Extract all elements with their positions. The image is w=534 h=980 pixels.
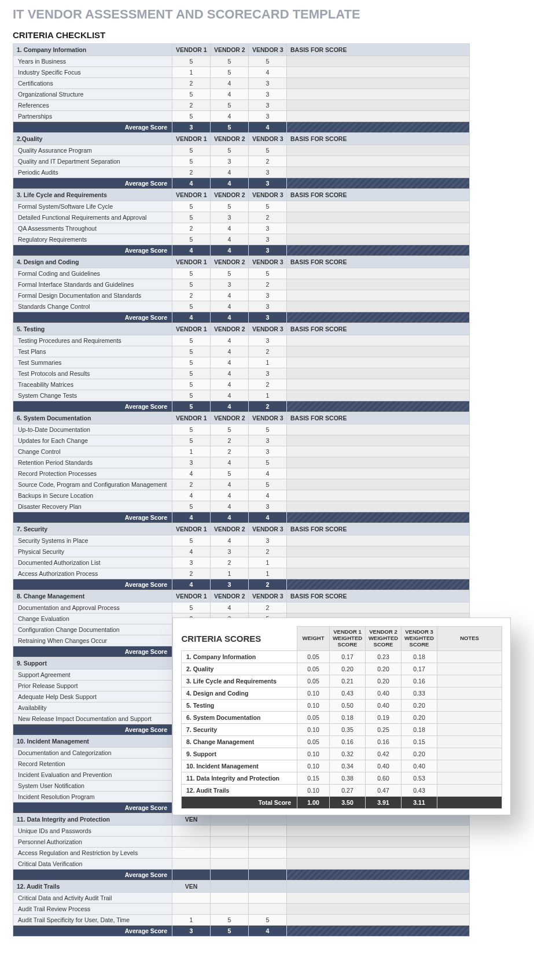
criteria-row: Security Systems in Place543 (13, 535, 470, 546)
criteria-row: Critical Data and Activity Audit Trail (13, 893, 470, 904)
basis-cell (287, 479, 470, 490)
criteria-row: Formal Coding and Guidelines555 (13, 268, 470, 279)
col-vendor2: VENDOR 2 (211, 256, 249, 268)
score-v1: 5 (172, 357, 211, 368)
avg-label: Average Score (13, 245, 172, 256)
score-v1: 2 (172, 290, 211, 301)
criteria-row: Record Protection Processes454 (13, 468, 470, 479)
criteria-label: References (13, 100, 172, 111)
score-weight: 0.10 (297, 760, 330, 772)
col-vendor1: VENDOR 1 (172, 412, 211, 424)
score-notes (437, 748, 502, 760)
criteria-row: Test Protocols and Results543 (13, 368, 470, 379)
score-v1: 0.38 (330, 772, 366, 784)
score-v2: 4 (211, 457, 249, 468)
avg-v2: 4 (211, 312, 249, 323)
criteria-row: Up-to-Date Documentation555 (13, 424, 470, 435)
criteria-label: Quality Assurance Program (13, 145, 172, 156)
score-row: 10. Incident Management0.100.340.400.40 (182, 760, 502, 772)
score-label: 9. Support (182, 748, 297, 760)
score-v3: 0.20 (402, 699, 437, 711)
score-v3: 0.18 (402, 723, 437, 735)
score-v3: 1 (249, 557, 287, 568)
score-v2: 2 (211, 435, 249, 446)
score-v2: 4 (211, 501, 249, 512)
basis-cell (287, 212, 470, 223)
score-v3: 2 (249, 546, 287, 557)
score-v3: 3 (249, 301, 287, 312)
score-label: 1. Company Information (182, 650, 297, 663)
score-v1 (172, 904, 211, 915)
score-v2: 4 (211, 379, 249, 390)
average-row: Average Score (13, 870, 470, 881)
basis-cell (287, 234, 470, 245)
score-v2: 4 (211, 479, 249, 490)
section-name: 2.Quality (13, 133, 172, 145)
score-v1: 0.43 (330, 687, 366, 699)
score-v1: 2 (172, 167, 211, 178)
criteria-label: Periodic Audits (13, 167, 172, 178)
criteria-label: Retention Period Standards (13, 457, 172, 468)
score-v2: 2 (211, 557, 249, 568)
page-title: IT VENDOR ASSESSMENT AND SCORECARD TEMPL… (13, 7, 521, 22)
avg-basis (287, 870, 470, 881)
avg-v1: 3 (172, 926, 211, 937)
criteria-label: Test Plans (13, 346, 172, 357)
criteria-row: Organizational Structure543 (13, 89, 470, 100)
score-v3: 4 (249, 67, 287, 78)
score-notes (437, 663, 502, 675)
basis-cell (287, 335, 470, 346)
score-v1: 5 (172, 501, 211, 512)
score-v1: 4 (172, 546, 211, 557)
score-v3: 0.43 (402, 784, 437, 796)
score-v1: 5 (172, 56, 211, 67)
score-v1 (172, 859, 211, 870)
col-basis: BASIS FOR SCORE (287, 523, 470, 535)
avg-v3: 3 (249, 245, 287, 256)
score-v2: 4 (211, 167, 249, 178)
col-basis: BASIS FOR SCORE (287, 256, 470, 268)
col-v2: VENDOR 2 WEIGHTED SCORE (366, 627, 402, 651)
avg-v2: 5 (211, 122, 249, 133)
score-row: 9. Support0.100.320.420.20 (182, 748, 502, 760)
score-v3 (249, 826, 287, 837)
avg-v1: 5 (172, 401, 211, 412)
score-v3: 4 (249, 490, 287, 501)
score-v3: 2 (249, 156, 287, 167)
score-row: 11. Data Integrity and Protection0.150.3… (182, 772, 502, 784)
score-v2: 5 (211, 424, 249, 435)
basis-cell (287, 468, 470, 479)
score-weight: 0.10 (297, 748, 330, 760)
score-v3 (249, 848, 287, 859)
criteria-row: Years in Business555 (13, 56, 470, 67)
score-v1: 0.35 (330, 723, 366, 735)
criteria-row: Audit Trail Review Process (13, 904, 470, 915)
criteria-label: Disaster Recovery Plan (13, 501, 172, 512)
basis-cell (287, 546, 470, 557)
score-row: 8. Change Management0.050.160.160.15 (182, 735, 502, 748)
score-v2: 1 (211, 568, 249, 579)
score-v3: 1 (249, 390, 287, 401)
score-v3: 0.18 (402, 650, 437, 663)
avg-v1: 4 (172, 512, 211, 523)
score-v2: 0.47 (366, 784, 402, 796)
avg-v3 (249, 870, 287, 881)
section-header: 12. Audit TrailsVEN (13, 881, 470, 893)
score-row: 7. Security0.100.350.250.18 (182, 723, 502, 735)
criteria-label: Adequate Help Desk Support (13, 691, 172, 702)
score-v2: 0.20 (366, 663, 402, 675)
score-v1: 0.34 (330, 760, 366, 772)
criteria-label: Record Protection Processes (13, 468, 172, 479)
score-v2: 5 (211, 268, 249, 279)
avg-v3: 4 (249, 122, 287, 133)
basis-cell (287, 201, 470, 212)
avg-label: Average Score (13, 646, 172, 657)
basis-cell (287, 78, 470, 89)
score-v2: 0.42 (366, 748, 402, 760)
col-vendor3: VENDOR 3 (249, 189, 287, 201)
section-name: 6. System Documentation (13, 412, 172, 424)
section-header: 6. System DocumentationVENDOR 1VENDOR 2V… (13, 412, 470, 424)
score-row: 1. Company Information0.050.170.230.18 (182, 650, 502, 663)
col-vendor2: VENDOR 2 (211, 590, 249, 602)
score-v2: 4 (211, 223, 249, 234)
